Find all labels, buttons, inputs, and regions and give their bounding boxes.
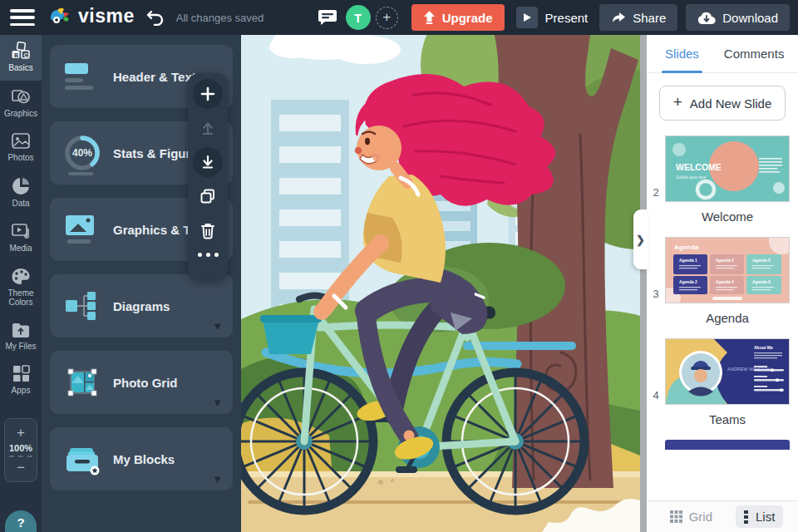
view-mode-footer: Grid List: [647, 500, 798, 532]
slide-number: 4: [647, 389, 665, 405]
plus-icon: +: [673, 93, 682, 111]
slide-actions-toolbar: [188, 73, 228, 279]
svg-text:Subtitle goes here: Subtitle goes here: [676, 175, 707, 180]
chevron-down-icon[interactable]: ▼: [212, 320, 223, 332]
save-status: All changes saved: [176, 12, 264, 24]
share-button[interactable]: Share: [599, 4, 677, 31]
sidebar-item-data[interactable]: Data: [0, 170, 42, 216]
undo-icon[interactable]: [146, 9, 165, 26]
svg-text:C: C: [24, 52, 28, 58]
svg-text:Agenda: Agenda: [674, 244, 699, 251]
download-button[interactable]: Download: [686, 4, 790, 31]
topbar: visme All changes saved T + Upgrade Pres…: [0, 0, 798, 35]
svg-text:Agenda 6: Agenda 6: [752, 280, 771, 284]
svg-text:Agenda 4: Agenda 4: [716, 280, 734, 284]
svg-text:About Me: About Me: [754, 345, 773, 350]
block-card-photo-grid[interactable]: Photo Grid ▼: [50, 351, 233, 414]
sidebar-item-my-files[interactable]: My Files: [0, 315, 42, 359]
basics-blocks-icon: BC: [11, 42, 31, 60]
shapes-icon: [11, 87, 31, 106]
block-card-my-blocks[interactable]: My Blocks ▼: [50, 427, 233, 490]
svg-text:B: B: [14, 52, 18, 58]
play-icon: [516, 7, 538, 28]
user-avatar[interactable]: T: [346, 5, 371, 30]
collapse-panel-chevron[interactable]: ❯: [633, 209, 648, 269]
sidebar-item-graphics[interactable]: Graphics: [0, 81, 42, 126]
canvas-illustration: [241, 35, 640, 532]
diagrams-icon: [60, 290, 105, 322]
slide-thumbnail-welcome[interactable]: WELCOME Subtitle goes here: [665, 135, 790, 202]
apps-grid-icon: [12, 365, 30, 382]
stats-donut-icon: 40%: [60, 134, 105, 172]
grid-icon: [670, 510, 682, 523]
svg-text:Agenda 2: Agenda 2: [679, 280, 697, 284]
slide-title[interactable]: Welcome: [657, 209, 798, 224]
pie-chart-icon: [12, 177, 30, 195]
tab-slides[interactable]: Slides: [665, 35, 699, 72]
comments-icon[interactable]: [318, 8, 337, 27]
sidebar-item-media[interactable]: Media: [0, 215, 42, 261]
sidebar-item-basics[interactable]: BC Basics: [0, 35, 42, 81]
visme-logo[interactable]: visme: [48, 7, 135, 27]
tab-comments[interactable]: Comments: [724, 35, 785, 72]
slide-canvas[interactable]: [241, 35, 640, 532]
block-card-diagrams[interactable]: Diagrams ▼: [50, 274, 233, 337]
slide-number: 2: [647, 186, 665, 202]
slide-title[interactable]: Teams: [657, 412, 798, 426]
grid-view-button[interactable]: Grid: [662, 505, 721, 528]
slide-list: 2 WELCOME Subtitle goes here: [647, 124, 798, 500]
present-button[interactable]: Present: [513, 7, 592, 28]
upgrade-arrow-icon: [423, 11, 436, 24]
sidebar-item-apps[interactable]: Apps: [0, 358, 42, 403]
photo-icon: [11, 132, 31, 150]
add-new-slide-button[interactable]: + Add New Slide: [659, 86, 786, 121]
svg-text:Agenda 3: Agenda 3: [716, 259, 734, 263]
my-blocks-icon: [60, 442, 105, 475]
photo-grid-icon: [60, 365, 105, 400]
zoom-control: + 100% −: [4, 418, 37, 482]
logo-text: visme: [78, 5, 135, 27]
media-icon: [11, 222, 31, 240]
delete-slide-button[interactable]: [193, 215, 223, 245]
move-slide-down-button[interactable]: [193, 147, 223, 177]
slide-item-teams: 4 A: [647, 338, 798, 426]
right-panel-tabs: Slides Comments: [647, 35, 798, 73]
more-options-button[interactable]: [198, 253, 219, 257]
slide-thumbnail-agenda[interactable]: Agenda Agenda 1: [665, 237, 790, 303]
panel-scrollbar[interactable]: [640, 35, 647, 532]
graphics-text-icon: [60, 214, 105, 245]
slides-sidebar: Slides Comments + Add New Slide 2: [640, 35, 798, 532]
help-button[interactable]: ?: [5, 510, 37, 532]
zoom-out-button[interactable]: −: [10, 459, 32, 476]
move-slide-up-icon: [193, 113, 223, 143]
svg-text:Agenda 1: Agenda 1: [679, 259, 697, 263]
add-slide-button[interactable]: [193, 79, 223, 109]
upgrade-button[interactable]: Upgrade: [411, 4, 505, 31]
palette-icon: [11, 268, 31, 285]
header-text-icon: [60, 62, 105, 91]
svg-text:WELCOME: WELCOME: [676, 162, 722, 172]
slide-thumbnail-teams[interactable]: ANDREW WINSTON About Me: [665, 338, 790, 405]
svg-text:Agenda 5: Agenda 5: [752, 259, 771, 263]
folder-upload-icon: [11, 322, 31, 338]
slide-number: 3: [647, 288, 665, 303]
list-icon: [744, 510, 749, 524]
left-sidebar: BC Basics Graphics Photos Data Media The…: [0, 35, 42, 532]
sidebar-item-theme-colors[interactable]: Theme Colors: [0, 261, 42, 315]
visme-editor: visme All changes saved T + Upgrade Pres…: [0, 0, 798, 532]
list-view-button[interactable]: List: [736, 505, 783, 528]
zoom-in-button[interactable]: +: [10, 424, 32, 441]
zoom-level[interactable]: 100%: [9, 443, 32, 457]
download-cloud-icon: [697, 11, 716, 25]
chameleon-logo-icon: [48, 7, 71, 27]
chevron-down-icon[interactable]: ▼: [212, 473, 223, 485]
sidebar-item-photos[interactable]: Photos: [0, 126, 42, 170]
slide-item-welcome: 2 WELCOME Subtitle goes here: [647, 135, 798, 224]
duplicate-slide-button[interactable]: [193, 181, 223, 211]
slide-title[interactable]: Agenda: [657, 311, 798, 325]
stat-value: 40%: [63, 134, 101, 172]
slide-thumbnail-partial[interactable]: [665, 440, 790, 450]
hamburger-menu-icon[interactable]: [10, 7, 35, 27]
chevron-down-icon[interactable]: ▼: [212, 397, 223, 409]
invite-collaborator-button[interactable]: +: [376, 7, 398, 29]
